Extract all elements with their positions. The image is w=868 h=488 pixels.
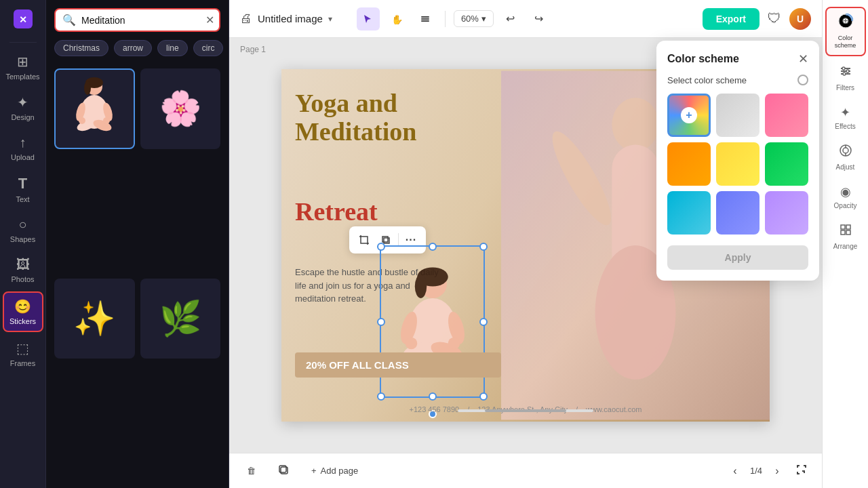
sidebar-item-photos[interactable]: 🖼 Photos — [3, 251, 43, 289]
color-swatches: + — [667, 94, 808, 235]
fullscreen-button[interactable] — [792, 462, 811, 481]
right-item-opacity[interactable]: ◉ Opacity — [825, 179, 866, 215]
topbar: 🖨 Untitled image ▾ ✋ 60% ▾ — [229, 0, 822, 38]
sidebar-item-frames[interactable]: ⬚ Frames — [3, 335, 43, 373]
crop-button[interactable] — [355, 230, 374, 249]
text-icon: T — [18, 175, 27, 192]
select-tool-button[interactable] — [357, 7, 380, 30]
apply-color-scheme-button[interactable]: Apply — [667, 245, 808, 270]
export-button[interactable]: Export — [703, 8, 760, 30]
sidebar-item-design[interactable]: ✦ Design — [3, 89, 43, 127]
right-item-effects[interactable]: ✦ Effects — [825, 100, 866, 136]
swatch-gray[interactable] — [716, 94, 760, 137]
add-page-button[interactable]: + Add page — [304, 462, 365, 480]
right-item-adjust[interactable]: Adjust — [825, 138, 866, 176]
swatch-orange[interactable] — [667, 142, 711, 186]
sidebar-divider-top — [9, 42, 37, 43]
next-page-button[interactable]: › — [768, 462, 787, 481]
svg-point-17 — [612, 98, 658, 151]
handle-middle-right[interactable] — [479, 318, 488, 326]
tag-circ[interactable]: circ — [193, 40, 224, 56]
swatch-purple[interactable] — [765, 191, 808, 235]
undo-button[interactable]: ↩ — [499, 7, 522, 30]
color-scheme-close-button[interactable]: ✕ — [798, 52, 808, 66]
sidebar-item-shapes[interactable]: ○ Shapes — [3, 211, 43, 249]
filters-icon — [839, 64, 852, 81]
sticker-item-2[interactable]: ✨ — [54, 279, 135, 359]
app-logo[interactable]: ✕ — [11, 7, 35, 31]
add-page-label: Add page — [321, 466, 359, 476]
copy-button[interactable] — [271, 460, 296, 482]
sticker-item-1[interactable]: 🌸 — [140, 68, 221, 149]
handle-top-right[interactable] — [479, 243, 488, 251]
left-sidebar: ✕ ⊞ Templates ✦ Design ↑ Upload T Text ○… — [0, 0, 46, 488]
prev-page-button[interactable]: ‹ — [726, 462, 745, 481]
right-item-label: Color scheme — [829, 35, 862, 49]
right-item-color-scheme[interactable]: ⊕ Color scheme — [825, 7, 866, 56]
zoom-dropdown-icon: ▾ — [481, 14, 486, 24]
sidebar-item-upload[interactable]: ↑ Upload — [3, 129, 43, 167]
search-close-icon[interactable]: ✕ — [205, 14, 214, 26]
tag-christmas[interactable]: Christmas — [54, 40, 108, 56]
swatch-pink[interactable] — [765, 94, 808, 137]
sidebar-item-text[interactable]: T Text — [3, 169, 43, 209]
tag-line[interactable]: line — [157, 40, 188, 56]
swatch-multicolor[interactable]: + — [667, 94, 711, 137]
layers-tool-button[interactable] — [414, 7, 437, 30]
svg-rect-57 — [841, 225, 845, 229]
delete-button[interactable]: 🗑 — [240, 462, 262, 480]
right-panel: ⊕ Color scheme Filters ✦ Effects Adjust … — [822, 0, 868, 488]
color-scheme-radio[interactable] — [797, 75, 808, 85]
handle-top-left[interactable] — [377, 243, 385, 251]
search-input[interactable] — [81, 15, 200, 26]
svg-point-54 — [843, 148, 848, 153]
scroll-indicator[interactable] — [458, 409, 593, 412]
svg-point-10 — [79, 117, 85, 124]
swatch-indigo[interactable] — [716, 191, 760, 235]
user-avatar[interactable]: U — [789, 8, 811, 30]
svg-rect-60 — [846, 230, 850, 235]
right-item-label: Effects — [835, 123, 855, 130]
footer-phone: +123 456 7890 — [409, 405, 459, 413]
swatch-blue[interactable] — [667, 191, 711, 235]
sidebar-item-label: Text — [16, 195, 29, 203]
swatch-green[interactable] — [765, 142, 808, 186]
color-scheme-panel: Color scheme ✕ Select color scheme + App… — [656, 41, 819, 281]
handle-top-middle[interactable] — [429, 243, 437, 251]
tag-row: Christmas arrow line circ — [46, 40, 229, 63]
canvas-title: Yoga and Meditation — [295, 89, 416, 146]
delete-icon: 🗑 — [247, 466, 256, 476]
templates-icon: ⊞ — [17, 54, 28, 70]
svg-point-51 — [846, 70, 849, 73]
handle-bottom-middle[interactable] — [429, 392, 437, 401]
sidebar-item-templates[interactable]: ⊞ Templates — [3, 48, 43, 86]
handle-middle-left[interactable] — [377, 318, 385, 326]
tag-arrow[interactable]: arrow — [114, 40, 152, 56]
handle-bottom-right[interactable] — [479, 392, 488, 401]
scroll-thumb[interactable] — [485, 409, 566, 412]
copy-icon — [277, 464, 290, 478]
redo-button[interactable]: ↪ — [528, 7, 551, 30]
right-item-arrange[interactable]: Arrange — [825, 218, 866, 256]
svg-rect-58 — [846, 225, 850, 229]
search-bar[interactable]: 🔍 ✕ — [54, 8, 220, 32]
color-scheme-icon: ⊕ — [838, 14, 853, 32]
shield-icon[interactable]: 🛡 — [768, 11, 781, 26]
zoom-selector[interactable]: 60% ▾ — [454, 10, 494, 27]
sidebar-item-label: Design — [11, 113, 34, 121]
right-item-filters[interactable]: Filters — [825, 59, 866, 97]
swatch-yellow[interactable] — [716, 142, 760, 186]
hand-tool-button[interactable]: ✋ — [385, 7, 408, 30]
file-dropdown-icon[interactable]: ▾ — [328, 14, 332, 24]
sticker-item-0[interactable] — [54, 68, 135, 149]
bottombar: 🗑 + Add page ‹ 1/4 › — [229, 453, 822, 488]
sidebar-item-stickers[interactable]: 😊 Stickers — [3, 291, 43, 332]
sticker-item-3[interactable]: 🌿 — [140, 279, 221, 359]
redo-icon: ↪ — [534, 12, 543, 25]
file-info: 🖨 Untitled image ▾ — [240, 12, 332, 26]
sidebar-item-label: Templates — [5, 73, 39, 81]
file-title[interactable]: Untitled image — [258, 13, 323, 24]
svg-text:⊕: ⊕ — [842, 15, 850, 26]
canvas-subtitle: Retreat — [295, 198, 378, 226]
handle-bottom-left[interactable] — [377, 392, 385, 401]
